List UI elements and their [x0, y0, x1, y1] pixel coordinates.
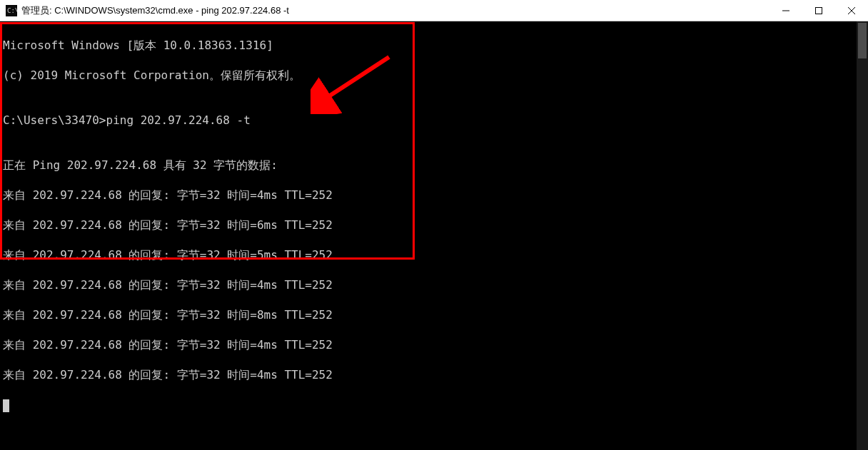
ping-reply: 来自 202.97.224.68 的回复: 字节=32 时间=6ms TTL=2…: [3, 218, 854, 232]
close-button[interactable]: [835, 0, 868, 21]
window-title: 管理员: C:\WINDOWS\system32\cmd.exe - ping …: [21, 4, 769, 17]
cmd-icon: C:\: [6, 5, 17, 16]
maximize-button[interactable]: [802, 0, 835, 21]
ping-reply: 来自 202.97.224.68 的回复: 字节=32 时间=8ms TTL=2…: [3, 307, 854, 322]
terminal-line: (c) 2019 Microsoft Corporation。保留所有权利。: [3, 68, 854, 83]
window-controls: [769, 0, 868, 21]
svg-text:C:\: C:\: [7, 7, 17, 14]
terminal-line: C:\Users\33470>ping 202.97.224.68 -t: [3, 113, 854, 128]
minimize-button[interactable]: [769, 0, 802, 21]
scrollbar-thumb[interactable]: [858, 23, 867, 58]
terminal-line: 正在 Ping 202.97.224.68 具有 32 字节的数据:: [3, 158, 854, 173]
ping-reply: 来自 202.97.224.68 的回复: 字节=32 时间=4ms TTL=2…: [3, 367, 854, 382]
ping-reply: 来自 202.97.224.68 的回复: 字节=32 时间=4ms TTL=2…: [3, 188, 854, 203]
terminal-content: Microsoft Windows [版本 10.0.18363.1316] (…: [0, 21, 857, 450]
terminal-cursor: [3, 399, 9, 412]
terminal-area[interactable]: Microsoft Windows [版本 10.0.18363.1316] (…: [0, 21, 868, 450]
ping-reply: 来自 202.97.224.68 的回复: 字节=32 时间=4ms TTL=2…: [3, 277, 854, 292]
ping-reply: 来自 202.97.224.68 的回复: 字节=32 时间=4ms TTL=2…: [3, 337, 854, 352]
vertical-scrollbar[interactable]: [857, 21, 868, 450]
titlebar[interactable]: C:\ 管理员: C:\WINDOWS\system32\cmd.exe - p…: [0, 0, 868, 21]
cmd-window: C:\ 管理员: C:\WINDOWS\system32\cmd.exe - p…: [0, 0, 868, 450]
terminal-line: Microsoft Windows [版本 10.0.18363.1316]: [3, 38, 854, 53]
svg-rect-4: [816, 7, 822, 14]
ping-reply: 来自 202.97.224.68 的回复: 字节=32 时间=5ms TTL=2…: [3, 247, 854, 262]
